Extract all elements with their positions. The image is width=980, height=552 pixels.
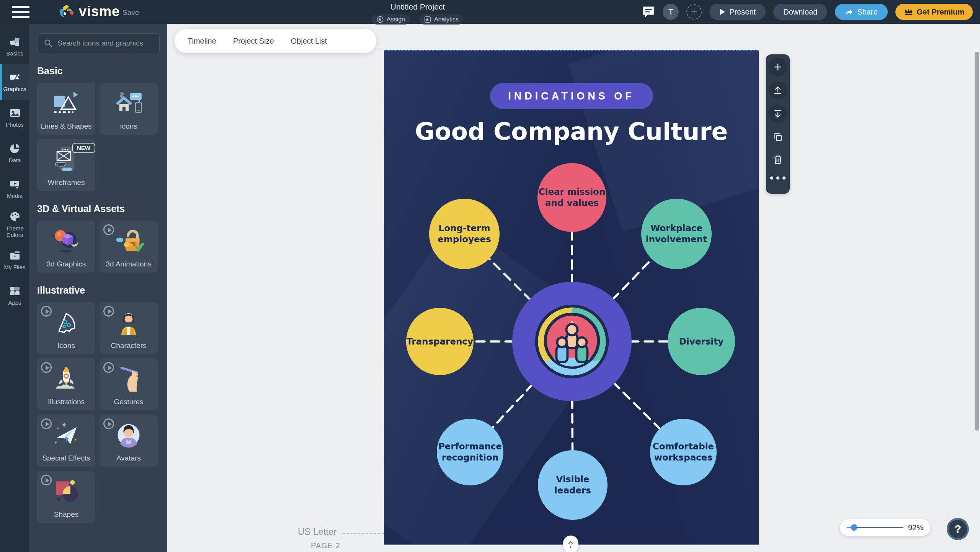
card-3d-animations[interactable]: 3d Animations [100, 220, 158, 273]
blocks-icon [9, 36, 21, 47]
diagram-center-hub[interactable] [512, 282, 632, 401]
card-wireframes[interactable]: NEW Wireframes [37, 139, 95, 191]
lines-shapes-icon [37, 86, 95, 119]
add-object-button[interactable] [769, 58, 787, 76]
visme-editor: visme Save Untitled Project Assign Analy… [0, 0, 980, 552]
share-label: Share [857, 8, 877, 16]
timeline-button[interactable]: Timeline [188, 37, 216, 46]
card-lines-shapes[interactable]: Lines & Shapes [37, 83, 95, 135]
sidebar-label: Graphics [3, 86, 26, 92]
more-options-button[interactable] [770, 176, 786, 180]
diagram-node-transparency[interactable]: Transparency [406, 308, 474, 375]
share-button[interactable]: Share [835, 4, 887, 20]
new-badge: NEW [72, 143, 95, 153]
zoom-percentage: 92% [908, 523, 923, 532]
diagram-node-comfortable[interactable]: Comfortable workspaces [650, 419, 717, 485]
comment-icon[interactable] [642, 5, 655, 18]
search-input[interactable] [57, 39, 153, 47]
assign-button[interactable]: Assign [372, 14, 410, 24]
card-3d-graphics[interactable]: 3d Graphics [37, 220, 95, 273]
main-sidebar: Basics Graphics Photos Data Media Theme … [0, 24, 29, 552]
logo-wordmark: visme [79, 3, 120, 20]
sidebar-item-my-files[interactable]: My Files [0, 242, 29, 278]
sidebar-item-theme-colors[interactable]: Theme Colors [0, 207, 29, 242]
diagram-node-long-term[interactable]: Long-term employees [429, 199, 500, 269]
diagram-node-workplace[interactable]: Workplace involvement [641, 199, 712, 269]
menu-icon[interactable] [12, 6, 29, 18]
card-illustrative-icons[interactable]: Icons [37, 302, 95, 354]
analytics-button[interactable]: Analytics [419, 14, 464, 24]
poster-kicker-pill[interactable]: INDICATIONS OF [490, 83, 653, 109]
rocket-icon [37, 361, 95, 395]
card-gestures[interactable]: Gestures [100, 358, 158, 410]
section-title-3d: 3D & Virtual Assets [37, 203, 160, 214]
visme-logo[interactable]: visme [57, 3, 120, 20]
search-icon [44, 39, 53, 48]
design-canvas-page[interactable]: INDICATIONS OF Good Company Culture Clea… [384, 50, 759, 545]
user-avatar[interactable]: T [663, 4, 679, 20]
sidebar-item-media[interactable]: Media [0, 171, 29, 207]
card-shapes[interactable]: Shapes [37, 471, 95, 523]
diagram-node-visible-leaders[interactable]: Visible leaders [538, 450, 608, 520]
vertical-scrollbar[interactable] [975, 52, 979, 431]
canvas-toolbar: Timeline Project Size Object List [175, 29, 376, 53]
download-button[interactable]: Download [773, 4, 827, 20]
diagram-node-clear-mission[interactable]: Clear mission and values [537, 163, 606, 232]
arrow-up-from-line-icon [773, 85, 783, 95]
project-title[interactable]: Untitled Project [372, 2, 464, 11]
bar-chart-icon [424, 16, 431, 23]
card-characters[interactable]: Characters [100, 302, 158, 354]
plus-icon [773, 62, 782, 72]
sidebar-label: Theme Colors [0, 225, 29, 238]
card-illustrations[interactable]: Illustrations [37, 358, 95, 410]
diagram-node-performance[interactable]: Performance recognition [437, 419, 503, 485]
project-header: Untitled Project Assign Analytics [372, 2, 464, 24]
scroll-to-page-button[interactable] [563, 536, 578, 552]
poster-title[interactable]: Good Company Culture [384, 118, 759, 145]
section-title-illustrative: Illustrative [37, 285, 160, 296]
save-button[interactable]: Save [122, 8, 139, 17]
trash-icon [773, 154, 783, 165]
object-list-button[interactable]: Object List [291, 37, 327, 46]
present-button[interactable]: Present [709, 4, 766, 20]
card-special-effects[interactable]: Special Effects [37, 415, 95, 467]
sidebar-item-graphics[interactable]: Graphics [0, 64, 29, 100]
sidebar-label: Media [7, 193, 23, 199]
card-grid-basic: Lines & Shapes Icons NEW Wireframes [37, 83, 160, 191]
share-icon [845, 8, 853, 16]
video-icon [9, 178, 21, 190]
zoom-slider-thumb[interactable] [851, 524, 858, 531]
zoom-slider[interactable] [847, 527, 903, 528]
get-premium-button[interactable]: Get Premium [895, 4, 973, 20]
folder-icon [9, 250, 21, 261]
duplicate-button[interactable] [769, 128, 787, 146]
card-avatars[interactable]: Avatars [100, 415, 158, 467]
visme-logo-icon [57, 4, 75, 19]
card-label: Characters [111, 341, 147, 350]
topbar: visme Save Untitled Project Assign Analy… [0, 0, 980, 24]
card-label: 3d Graphics [47, 260, 86, 268]
sidebar-label: Photos [6, 121, 24, 128]
search-box[interactable] [37, 33, 160, 53]
sidebar-item-photos[interactable]: Photos [0, 100, 29, 136]
send-backward-button[interactable] [769, 105, 787, 123]
sidebar-item-basics[interactable]: Basics [0, 29, 29, 64]
project-size-button[interactable]: Project Size [233, 37, 274, 46]
diagram-node-diversity[interactable]: Diversity [668, 308, 735, 375]
sidebar-label: My Files [4, 264, 26, 270]
sidebar-item-data[interactable]: Data [0, 136, 29, 171]
3d-animations-icon [100, 224, 158, 257]
3d-graphics-icon [37, 224, 95, 257]
card-icons[interactable]: Icons [100, 83, 158, 135]
grid-icon [9, 285, 21, 297]
character-icon [100, 305, 158, 339]
sidebar-label: Data [9, 157, 21, 163]
pie-chart-icon [9, 143, 21, 154]
delete-button[interactable] [769, 150, 787, 169]
zoom-control: 92% [840, 519, 930, 536]
help-button[interactable]: ? [947, 518, 969, 540]
sidebar-item-apps[interactable]: Apps [0, 278, 29, 314]
bring-forward-button[interactable] [769, 81, 787, 100]
add-collaborator-icon[interactable] [686, 4, 702, 20]
paper-size-label: US Letter [298, 526, 336, 537]
